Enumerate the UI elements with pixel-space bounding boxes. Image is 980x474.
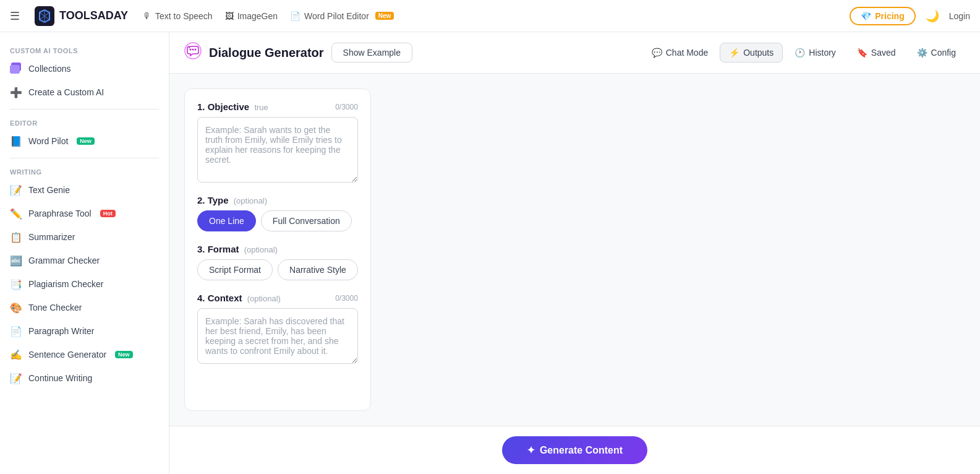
show-example-button[interactable]: Show Example	[331, 43, 412, 62]
form-right-panel	[386, 88, 965, 411]
context-char-count: 0/3000	[335, 294, 358, 303]
sidebar-item-paraphrase[interactable]: ✏️ Paraphrase Tool Hot	[0, 202, 169, 225]
history-icon: 🕐	[795, 48, 805, 58]
format-toggle-group: Script Format Narrative Style	[197, 259, 358, 280]
pricing-button[interactable]: 💎 Pricing	[850, 7, 915, 25]
generate-button[interactable]: ✦ Generate Content	[502, 436, 647, 464]
collections-label: Collections	[28, 64, 70, 74]
history-button[interactable]: 🕐 History	[785, 43, 845, 62]
logo[interactable]: TOOLSADAY	[35, 6, 128, 26]
logo-icon	[35, 6, 54, 26]
custom-ai-label: CUSTOM AI TOOLS	[0, 42, 169, 57]
diamond-icon: 💎	[861, 11, 871, 21]
tool-actions: 💬 Chat Mode ⚡ Outputs 🕐 History 🔖 Saved …	[642, 43, 965, 62]
logo-text: TOOLSADAY	[59, 9, 128, 22]
tone-label: Tone Checker	[28, 303, 82, 312]
nav-tts[interactable]: 🎙 Text to Speech	[143, 11, 213, 21]
sidebar-item-sentence[interactable]: ✍️ Sentence Generator New	[0, 343, 169, 366]
type-section: 2. Type (optional) One Line Full Convers…	[197, 195, 358, 231]
one-line-toggle[interactable]: One Line	[197, 210, 256, 231]
paragraph-icon: 📄	[10, 325, 22, 337]
generate-btn-container: ✦ Generate Content	[169, 426, 980, 474]
wordpilot-nav-icon: 📄	[290, 11, 300, 21]
word-pilot-icon: 📘	[10, 135, 22, 147]
sidebar-item-continue[interactable]: 📝 Continue Writing	[0, 366, 169, 390]
text-genie-icon: 📝	[10, 184, 22, 196]
type-label: 2. Type (optional)	[197, 195, 358, 205]
sidebar-item-collections[interactable]: Collections	[0, 57, 169, 80]
chat-mode-button[interactable]: 💬 Chat Mode	[642, 43, 717, 62]
continue-icon: 📝	[10, 372, 22, 384]
plagiarism-icon: 📑	[10, 278, 22, 290]
summarizer-label: Summarizer	[28, 232, 75, 242]
type-toggle-group: One Line Full Conversation	[197, 210, 358, 231]
sidebar: CUSTOM AI TOOLS Collections ➕ Create a C…	[0, 32, 169, 474]
wordpilot-nav-badge: New	[375, 12, 394, 20]
sidebar-item-text-genie[interactable]: 📝 Text Genie	[0, 178, 169, 202]
sidebar-divider-1	[10, 109, 159, 110]
objective-section: 1. Objective true 0/3000	[197, 101, 358, 183]
paragraph-label: Paragraph Writer	[28, 326, 94, 336]
saved-icon: 🔖	[857, 48, 867, 58]
tone-icon: 🎨	[10, 301, 22, 314]
layout: CUSTOM AI TOOLS Collections ➕ Create a C…	[0, 0, 980, 474]
svg-point-3	[195, 49, 197, 51]
dialogue-generator-icon	[184, 42, 202, 59]
continue-label: Continue Writing	[28, 373, 92, 383]
form-panel: 1. Objective true 0/3000 2. Type (option…	[184, 88, 371, 411]
format-label: 3. Format (optional)	[197, 244, 358, 254]
paraphrase-icon: ✏️	[10, 207, 22, 220]
objective-label-row: 1. Objective true 0/3000	[197, 101, 358, 112]
paraphrase-label: Paraphrase Tool	[28, 209, 92, 218]
objective-textarea[interactable]	[197, 117, 358, 183]
full-conversation-toggle[interactable]: Full Conversation	[261, 210, 352, 231]
saved-button[interactable]: 🔖 Saved	[848, 43, 905, 62]
tool-title: Dialogue Generator	[209, 46, 324, 60]
collections-icon-wrapper	[10, 62, 22, 75]
nav-wordpilot[interactable]: 📄 Word Pilot Editor New	[290, 11, 394, 21]
sidebar-divider-2	[10, 158, 159, 158]
sidebar-item-plagiarism[interactable]: 📑 Plagiarism Checker	[0, 272, 169, 296]
sentence-label: Sentence Generator	[28, 350, 106, 360]
config-icon: ⚙️	[917, 48, 927, 58]
sentence-icon: ✍️	[10, 348, 22, 361]
dark-mode-toggle[interactable]: 🌙	[923, 7, 942, 25]
sidebar-item-grammar[interactable]: 🔤 Grammar Checker	[0, 249, 169, 272]
top-nav: ☰ TOOLSADAY 🎙 Text to Speech 🖼 ImageGen …	[0, 0, 980, 32]
dialogue-icon	[184, 42, 202, 63]
narrative-style-toggle[interactable]: Narrative Style	[278, 259, 358, 280]
outputs-button[interactable]: ⚡ Outputs	[720, 43, 783, 62]
context-section: 4. Context (optional) 0/3000	[197, 293, 358, 364]
sidebar-item-summarizer[interactable]: 📋 Summarizer	[0, 225, 169, 249]
word-pilot-badge: New	[77, 137, 95, 145]
hamburger-icon[interactable]: ☰	[10, 9, 20, 23]
grammar-label: Grammar Checker	[28, 256, 100, 265]
chat-mode-icon: 💬	[652, 48, 662, 58]
svg-point-4	[190, 49, 192, 51]
main-content: Dialogue Generator Show Example 💬 Chat M…	[169, 32, 980, 474]
grammar-icon: 🔤	[10, 254, 22, 267]
sidebar-item-tone[interactable]: 🎨 Tone Checker	[0, 296, 169, 319]
nav-imagegen[interactable]: 🖼 ImageGen	[225, 11, 278, 21]
create-icon: ➕	[10, 86, 22, 98]
login-link[interactable]: Login	[949, 11, 970, 21]
tool-header: Dialogue Generator Show Example 💬 Chat M…	[169, 32, 980, 74]
context-textarea[interactable]	[197, 308, 358, 364]
editor-label: EDITOR	[0, 114, 169, 129]
writing-label: WRITING	[0, 163, 169, 178]
generate-icon: ✦	[527, 444, 535, 456]
config-button[interactable]: ⚙️ Config	[908, 43, 965, 62]
imagegen-icon: 🖼	[225, 11, 234, 21]
outputs-icon: ⚡	[729, 48, 739, 58]
sentence-badge: New	[115, 351, 133, 358]
tts-icon: 🎙	[143, 11, 151, 21]
create-label: Create a Custom AI	[28, 87, 104, 97]
sidebar-item-create-custom[interactable]: ➕ Create a Custom AI	[0, 80, 169, 104]
objective-label: 1. Objective true	[197, 101, 268, 112]
text-genie-label: Text Genie	[28, 185, 70, 195]
format-section: 3. Format (optional) Script Format Narra…	[197, 244, 358, 280]
sidebar-item-paragraph[interactable]: 📄 Paragraph Writer	[0, 319, 169, 343]
sidebar-item-word-pilot[interactable]: 📘 Word Pilot New	[0, 129, 169, 153]
context-label: 4. Context (optional)	[197, 293, 281, 303]
script-format-toggle[interactable]: Script Format	[197, 259, 273, 280]
